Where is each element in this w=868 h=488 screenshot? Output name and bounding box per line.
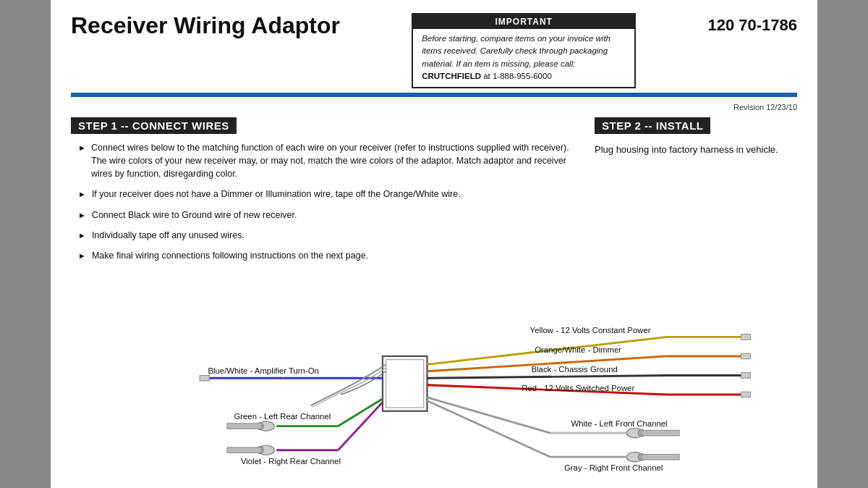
two-col-layout: STEP 1 -- CONNECT WIRES ► Connect wires … [71, 117, 797, 269]
svg-rect-32 [227, 447, 261, 453]
svg-text:Black - Chassis Ground: Black - Chassis Ground [531, 365, 617, 374]
main-title: Receiver Wiring Adaptor [71, 13, 340, 38]
col-right: STEP 2 -- INSTALL Plug housing into fact… [595, 117, 797, 269]
step2-header: STEP 2 -- INSTALL [595, 117, 710, 134]
contact-phone: at 1-888-955-6000 [483, 72, 552, 80]
page-title: Receiver Wiring Adaptor [71, 13, 340, 38]
page: Receiver Wiring Adaptor IMPORTANT Before… [51, 0, 817, 488]
bullet-5: ► Make final wiring connections followin… [78, 249, 573, 262]
bullet-arrow-5: ► [78, 251, 86, 262]
svg-rect-4 [741, 335, 750, 340]
bullet-1: ► Connect wires below to the matching fu… [78, 141, 573, 180]
bullet-4: ► Individually tape off any unused wires… [78, 229, 573, 242]
svg-text:Yellow - 12 Volts Constant Pow: Yellow - 12 Volts Constant Power [530, 326, 651, 335]
svg-rect-8 [741, 353, 750, 359]
diagram-area: Yellow - 12 Volts Constant Power Orange/… [71, 277, 797, 487]
bullet-2: ► If your receiver does not have a Dimme… [78, 188, 573, 201]
svg-rect-12 [741, 373, 750, 379]
svg-text:Orange/White - Dimmer: Orange/White - Dimmer [535, 345, 621, 354]
col-left: STEP 1 -- CONNECT WIRES ► Connect wires … [71, 117, 573, 269]
svg-rect-26 [227, 424, 261, 429]
important-text: Before starting, compare items on your i… [422, 34, 610, 68]
svg-text:Red - 12 Volts Switched Power: Red - 12 Volts Switched Power [522, 384, 634, 392]
svg-rect-16 [741, 392, 750, 397]
part-number: 120 70-1786 [707, 16, 797, 35]
svg-rect-0 [383, 356, 427, 411]
bullet-list: ► Connect wires below to the matching fu… [78, 141, 573, 262]
svg-text:Blue/White - Amplifier Turn-On: Blue/White - Amplifier Turn-On [208, 366, 318, 375]
bullet-text-3: Connect Black wire to Ground wire of new… [92, 209, 297, 222]
svg-line-34 [427, 397, 550, 433]
revision-line: Revision 12/23/10 [71, 103, 797, 112]
svg-text:Green - Left Rear Channel: Green - Left Rear Channel [234, 412, 331, 421]
bullet-arrow-4: ► [78, 230, 86, 242]
blue-bar [71, 93, 797, 97]
svg-line-28 [338, 402, 383, 450]
bullet-arrow-3: ► [78, 210, 86, 222]
revision-text: Revision 12/23/10 [733, 103, 797, 112]
svg-rect-20 [200, 375, 209, 381]
svg-line-40 [427, 400, 550, 457]
wiring-diagram-svg: Yellow - 12 Volts Constant Power Orange/… [71, 277, 797, 487]
svg-rect-38 [642, 430, 679, 436]
svg-text:Gray - Right Front Channel: Gray - Right Front Channel [564, 463, 663, 472]
bullet-arrow-2: ► [78, 189, 86, 201]
important-box: IMPORTANT Before starting, compare items… [412, 13, 636, 88]
bullet-text-2: If your receiver does not have a Dimmer … [92, 188, 461, 201]
svg-rect-1 [386, 360, 424, 408]
svg-line-10 [427, 375, 668, 378]
svg-text:Violet - Right Rear Channel: Violet - Right Rear Channel [241, 457, 341, 466]
svg-text:White - Left Front Channel: White - Left Front Channel [571, 418, 667, 427]
bullet-text-5: Make final wiring connections following … [92, 249, 368, 262]
bullet-text-4: Individually tape off any unused wires. [92, 229, 244, 242]
bullet-arrow-1: ► [78, 143, 85, 180]
important-label: IMPORTANT [413, 14, 634, 29]
bullet-3: ► Connect Black wire to Ground wire of n… [78, 209, 573, 222]
svg-rect-44 [642, 454, 679, 460]
svg-line-22 [338, 399, 383, 426]
contact-brand: CRUTCHFIELD [422, 72, 481, 80]
step1-header: STEP 1 -- CONNECT WIRES [71, 117, 237, 134]
step2-text: Plug housing into factory harness in veh… [595, 144, 797, 155]
header: Receiver Wiring Adaptor IMPORTANT Before… [71, 13, 797, 88]
bullet-text-1: Connect wires below to the matching func… [91, 141, 573, 180]
important-contact: CRUTCHFIELD at 1-888-955-6000 [422, 72, 552, 80]
